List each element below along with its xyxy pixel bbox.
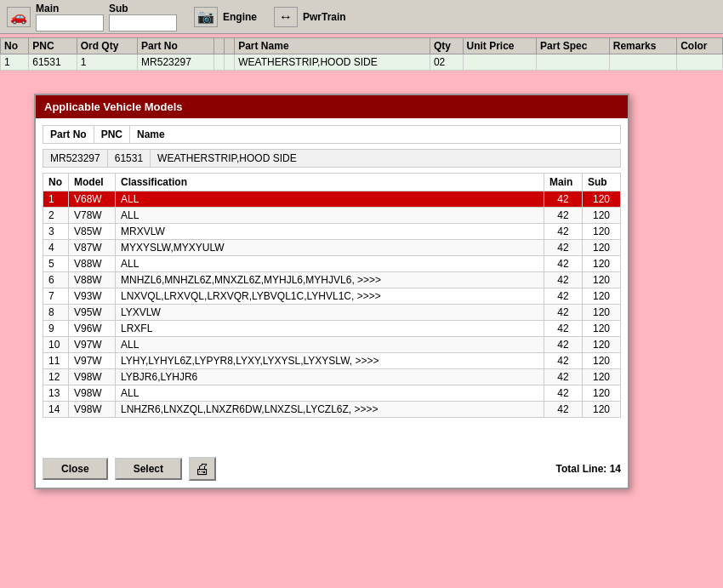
modal-body: Part No PNC Name MR523297 61531 WEATHERS… (36, 118, 628, 450)
main-table: No PNC Ord Qty Part No Part Name Qty Uni… (0, 37, 723, 71)
vehicle-table: No Model Classification Main Sub 1V68WAL… (43, 173, 621, 418)
col-qty: Qty (430, 38, 463, 54)
col-pnc: PNC (29, 38, 77, 54)
part-info-value-pnc: 61531 (108, 150, 151, 167)
list-item[interactable]: 7V93WLNXVQL,LRXVQL,LRXVQR,LYBVQL1C,LYHVL… (43, 288, 621, 305)
car-icon: 🚗 (7, 7, 31, 27)
list-item[interactable]: 3V85WMRXVLW42120 (43, 224, 621, 240)
camera-icon: 📷 (194, 7, 218, 27)
part-info-header: Part No PNC Name (43, 125, 621, 144)
col-color: Color (677, 38, 723, 54)
main-table-area: No PNC Ord Qty Part No Part Name Qty Uni… (0, 34, 723, 71)
part-info-value-partno: MR523297 (43, 150, 108, 167)
col-extra2 (225, 38, 235, 54)
toolbar-engine-group: 📷 Engine (194, 7, 257, 27)
veh-col-sub: Sub (583, 174, 621, 191)
col-part-spec: Part Spec (537, 38, 610, 54)
main-text: Main (36, 3, 104, 14)
toolbar-pwrtrain-group: ↔ PwrTrain (274, 7, 346, 27)
list-item[interactable]: 14V98WLNHZR6,LNXZQL,LNXZR6DW,LNXZSL,LYCZ… (43, 402, 621, 418)
pwrtrain-label: PwrTrain (303, 11, 346, 23)
col-unit-price: Unit Price (463, 38, 537, 54)
list-item[interactable]: 2V78WALL42120 (43, 208, 621, 224)
col-remarks: Remarks (609, 38, 676, 54)
sub-label: Sub (109, 3, 177, 31)
part-info-value-name: WEATHERSTRIP,HOOD SIDE (151, 150, 304, 167)
vehicle-table-header-row: No Model Classification Main Sub (43, 174, 621, 191)
list-item[interactable]: 9V96WLRXFL42120 (43, 321, 621, 337)
col-part-no: Part No (138, 38, 214, 54)
list-item[interactable]: 5V88WALL42120 (43, 256, 621, 272)
total-line: Total Line: 14 (556, 463, 621, 475)
sub-text: Sub (109, 3, 177, 14)
main-input[interactable] (36, 14, 104, 31)
part-info-values: MR523297 61531 WEATHERSTRIP,HOOD SIDE (43, 149, 621, 168)
main-label: Main (36, 3, 104, 31)
veh-col-no: No (43, 174, 69, 191)
list-item[interactable]: 6V88WMNHZL6,MNHZL6Z,MNXZL6Z,MYHJL6,MYHJV… (43, 272, 621, 288)
list-item[interactable]: 12V98WLYBJR6,LYHJR642120 (43, 369, 621, 385)
table-row[interactable]: 1615311MR523297WEATHERSTRIP,HOOD SIDE02 (1, 54, 723, 71)
list-item[interactable]: 13V98WALL42120 (43, 385, 621, 402)
list-item[interactable]: 8V95WLYXVLW42120 (43, 305, 621, 321)
list-item[interactable]: 11V97WLYHY,LYHYL6Z,LYPYR8,LYXY,LYXYSL,LY… (43, 353, 621, 369)
modal-footer: Close Select 🖨 Total Line: 14 (36, 450, 628, 488)
part-info-header-partno: Part No (43, 126, 94, 143)
print-button[interactable]: 🖨 (189, 457, 216, 481)
main-table-header-row: No PNC Ord Qty Part No Part Name Qty Uni… (1, 38, 723, 54)
veh-col-class: Classification (116, 174, 544, 191)
list-item[interactable]: 4V87WMYXYSLW,MYXYULW42120 (43, 240, 621, 256)
list-item[interactable]: 1V68WALL42120 (43, 191, 621, 208)
list-item[interactable]: 10V97WALL42120 (43, 337, 621, 353)
modal-title-bar: Applicable Vehicle Models (36, 95, 628, 118)
engine-label: Engine (223, 11, 257, 23)
veh-col-model: Model (69, 174, 116, 191)
col-part-name: Part Name (235, 38, 430, 54)
part-info-header-name: Name (130, 126, 172, 143)
modal-title: Applicable Vehicle Models (44, 100, 183, 113)
col-no: No (1, 38, 29, 54)
sub-input[interactable] (109, 14, 177, 31)
select-button[interactable]: Select (115, 458, 182, 480)
col-extra1 (214, 38, 225, 54)
spacer (43, 418, 621, 443)
veh-col-main: Main (544, 174, 583, 191)
modal: Applicable Vehicle Models Part No PNC Na… (34, 94, 629, 489)
arrows-icon: ↔ (274, 7, 298, 27)
part-info-header-pnc: PNC (94, 126, 130, 143)
col-ord-qty: Ord Qty (77, 38, 137, 54)
toolbar: 🚗 Main Sub 📷 Engine ↔ PwrTrain (0, 0, 723, 34)
close-button[interactable]: Close (43, 458, 108, 480)
toolbar-car-group: 🚗 Main Sub (7, 3, 177, 31)
